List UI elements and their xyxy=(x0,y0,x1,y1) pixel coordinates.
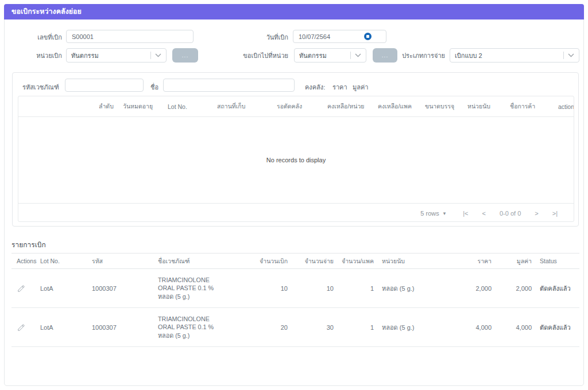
cell-supply-name: TRIAMCINOLONE ORAL PASTE 0.1 % หลอด (5 g… xyxy=(158,315,218,340)
col-qty-per-pack: จำนวน/แพค xyxy=(342,256,382,266)
col-remain-pack: คงเหลือ/แพค xyxy=(378,102,425,111)
cell-price: 2,000 xyxy=(436,285,500,292)
table-row: LotA 1000307 TRIAMCINOLONE ORAL PASTE 0.… xyxy=(11,269,579,308)
pay-type-label: ประเภทการจ่าย xyxy=(393,52,445,60)
col-status: Status xyxy=(540,258,579,264)
select-divider xyxy=(563,52,564,59)
page-title: ขอเบิกระหว่างคลังย่อย xyxy=(4,4,584,20)
value-label: มูลค่า xyxy=(353,82,369,92)
col-order: ลำดับ xyxy=(99,102,123,111)
cell-qty-requested: 20 xyxy=(250,324,296,331)
col-lot-no: Lot No. xyxy=(168,103,217,110)
pay-type-value: เบิกแบบ 2 xyxy=(455,50,563,61)
stock-balance-label: คงคลัง: xyxy=(305,82,325,92)
doc-date-input[interactable] xyxy=(293,30,386,43)
supply-name-input[interactable] xyxy=(163,79,295,92)
prev-page-icon[interactable]: < xyxy=(482,210,486,217)
stock-search-panel: รหัสเวชภัณฑ์ ชื่อ คงคลัง: ราคา มูลค่า ลำ… xyxy=(12,72,579,227)
supply-code-input[interactable] xyxy=(65,79,144,92)
col-expiry: วันหมดอายุ xyxy=(123,102,168,111)
cell-code: 1000307 xyxy=(92,285,158,292)
cell-qty-paid: 10 xyxy=(296,285,342,292)
price-label: ราคา xyxy=(332,82,347,92)
col-pack-size: ขนาดบรรจุ xyxy=(425,102,467,111)
doc-no-label: เลขที่เบิก xyxy=(10,34,62,41)
select-divider xyxy=(350,52,351,59)
cell-lot: LotA xyxy=(40,324,92,331)
to-unit-label: ขอเบิกไปที่หน่วย xyxy=(223,52,288,60)
col-count-unit: หน่วยนับ xyxy=(382,256,436,266)
pay-type-select[interactable]: เบิกแบบ 2 xyxy=(450,48,579,63)
from-unit-value: ทันตกรรม xyxy=(71,50,150,61)
edit-icon[interactable] xyxy=(11,284,25,292)
to-unit-select[interactable]: ทันตกรรม xyxy=(294,48,366,63)
items-table-header: Actions Lot No. รหัส ชื่อเวชภัณฑ์ จำนวนเ… xyxy=(11,253,579,269)
cell-qty-per-pack: 1 xyxy=(342,324,382,331)
from-unit-label: หน่วยเบิก xyxy=(10,52,62,60)
next-page-icon[interactable]: > xyxy=(535,210,538,217)
last-page-icon[interactable]: >| xyxy=(552,210,558,217)
date-clear-icon[interactable] xyxy=(364,33,372,40)
caret-down-icon: ▾ xyxy=(443,210,446,216)
col-value: มูลค่า xyxy=(500,256,540,266)
stock-table-pagination: 5 rows ▾ |< < 0-0 of 0 > >| xyxy=(18,203,574,222)
cell-qty-per-pack: 1 xyxy=(342,285,382,292)
cell-lot: LotA xyxy=(40,285,92,292)
chevron-down-icon xyxy=(568,53,574,57)
col-storage: สถานที่เก็บ xyxy=(217,102,277,111)
cell-count-unit: หลอด (5 g.) xyxy=(382,322,436,333)
select-divider xyxy=(150,52,151,59)
cell-qty-paid: 30 xyxy=(296,324,342,331)
col-qty-requested: จำนวนเบิก xyxy=(250,256,296,266)
col-lot-no: Lot No. xyxy=(40,258,92,264)
cell-count-unit: หลอด (5 g.) xyxy=(382,283,436,294)
col-remain-unit: คงเหลือ/หน่วย xyxy=(327,102,378,111)
cell-qty-requested: 10 xyxy=(250,285,296,292)
col-code: รหัส xyxy=(92,256,158,266)
cell-code: 1000307 xyxy=(92,324,158,331)
status-badge: ตัดคลังแล้ว xyxy=(540,283,579,294)
col-pending-cut: รอตัดคลัง xyxy=(277,102,327,111)
to-unit-value: ทันตกรรม xyxy=(299,50,350,61)
status-badge: ตัดคลังแล้ว xyxy=(540,322,579,333)
rows-per-page-select[interactable]: 5 rows ▾ xyxy=(420,210,446,217)
col-count-unit: หน่วยนับ xyxy=(467,102,510,111)
col-supply-name: ชื่อเวชภัณฑ์ xyxy=(158,256,250,266)
col-actions: Actions xyxy=(11,258,40,264)
from-unit-browse-button[interactable]: ... xyxy=(172,48,198,63)
page-range-label: 0-0 of 0 xyxy=(500,210,521,217)
cell-price: 4,000 xyxy=(436,324,500,331)
cell-value: 4,000 xyxy=(500,324,540,331)
rows-per-page-value: 5 rows xyxy=(420,210,439,217)
supply-name-label: ชื่อ xyxy=(150,82,158,92)
col-actions: actions xyxy=(558,103,574,110)
col-price: ราคา xyxy=(436,256,500,266)
doc-date-label: วันที่เบิก xyxy=(235,34,288,41)
table-row: LotA 1000307 TRIAMCINOLONE ORAL PASTE 0.… xyxy=(11,308,579,347)
items-table: Actions Lot No. รหัส ชื่อเวชภัณฑ์ จำนวนเ… xyxy=(11,253,579,347)
supply-code-label: รหัสเวชภัณฑ์ xyxy=(22,82,59,92)
stock-table: ลำดับ วันหมดอายุ Lot No. สถานที่เก็บ รอต… xyxy=(18,96,574,222)
first-page-icon[interactable]: |< xyxy=(463,210,468,217)
items-section-title: รายการเบิก xyxy=(11,239,46,250)
edit-icon[interactable] xyxy=(11,323,25,332)
cell-value: 2,000 xyxy=(500,285,540,292)
stock-table-header: ลำดับ วันหมดอายุ Lot No. สถานที่เก็บ รอต… xyxy=(18,96,574,117)
col-trade-name: ชื่อการค้า xyxy=(510,102,558,111)
col-qty-paid: จำนวนจ่าย xyxy=(296,256,342,266)
empty-table-message: No records to display xyxy=(18,117,574,203)
from-unit-select[interactable]: ทันตกรรม xyxy=(66,48,167,63)
chevron-down-icon xyxy=(355,53,361,57)
chevron-down-icon xyxy=(155,53,161,57)
cell-supply-name: TRIAMCINOLONE ORAL PASTE 0.1 % หลอด (5 g… xyxy=(158,276,218,301)
doc-no-input[interactable] xyxy=(66,30,194,43)
